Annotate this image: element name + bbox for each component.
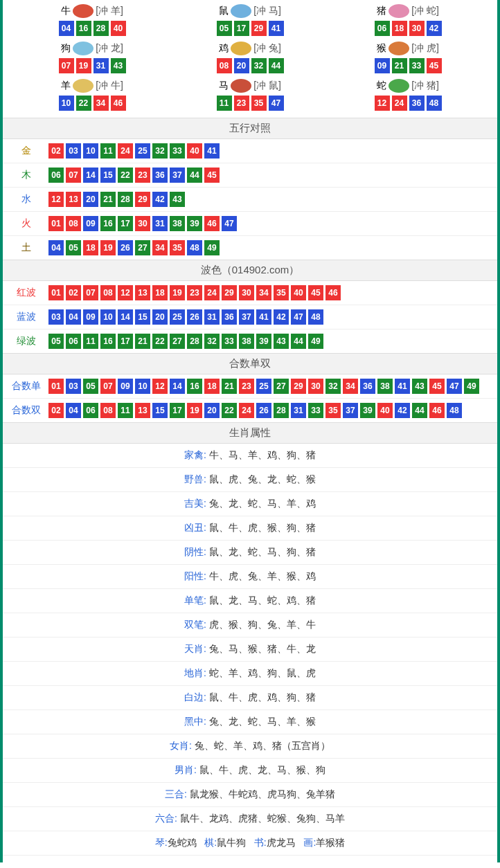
zodiac-number-row: 04162840 [17,21,168,36]
number-chip: 42 [274,309,289,325]
number-chip: 40 [377,403,393,418]
number-chip: 45 [204,168,220,183]
zodiac-name: 狗 [61,42,71,55]
number-chip: 16 [187,379,202,394]
attr-row: 单笔: 鼠、龙、马、蛇、鸡、猪 [3,589,497,613]
tail-label: 棋: [204,837,217,848]
attr-value: 鼠、龙、马、蛇、鸡、猪 [209,595,316,606]
number-chip: 10 [135,379,150,394]
number-chip: 04 [59,21,74,36]
row-numbers: 0108091617303138394647 [48,216,237,231]
number-chip: 01 [48,216,64,231]
number-chip: 10 [83,143,98,159]
zodiac-cell: 牛[冲 羊]04162840 [17,4,168,36]
attr-label: 三合: [165,788,190,799]
attr-label: 阴性: [184,546,209,557]
number-chip: 09 [118,379,133,394]
number-chip: 49 [464,379,479,394]
number-chip: 44 [412,403,427,418]
number-chip: 13 [135,403,150,418]
attr-value: 鼠龙猴、牛蛇鸡、虎马狗、兔羊猪 [190,788,335,799]
row-label: 红波 [10,287,43,299]
number-chip: 18 [152,285,168,300]
attr-label: 白边: [184,691,209,703]
shengxiao-header: 生肖属性 [3,422,497,444]
number-chip: 21 [222,379,237,394]
number-chip: 26 [118,240,133,255]
attr-row: 地肖: 蛇、羊、鸡、狗、鼠、虎 [3,662,497,686]
attr-row: 白边: 鼠、牛、虎、鸡、狗、猪 [3,686,497,710]
number-chip: 32 [204,334,220,349]
zodiac-name: 蛇 [377,80,386,92]
number-chip: 03 [66,379,81,394]
number-chip: 43 [111,58,126,73]
number-chip: 11 [217,96,232,111]
number-chip: 41 [256,309,271,325]
attr-value: 兔、龙、蛇、马、羊、猴 [209,716,316,727]
number-chip: 17 [118,334,133,349]
number-chip: 29 [222,285,237,300]
number-chip: 15 [152,403,168,418]
number-chip: 05 [66,240,81,255]
number-chip: 14 [118,309,133,325]
attr-value: 虎、猴、狗、兔、羊、牛 [209,619,316,630]
attr-value: 蛇、羊、鸡、狗、鼠、虎 [209,667,316,678]
attr-value: 牛、马、羊、鸡、狗、猪 [209,449,316,460]
number-chip: 24 [392,96,407,111]
attr-row: 双笔: 虎、猴、狗、兔、羊、牛 [3,613,497,638]
data-row: 木06071415222336374445 [3,163,497,188]
number-chip: 13 [135,285,150,300]
number-chip: 36 [152,168,168,183]
attr-value: 兔、马、猴、猪、牛、龙 [209,643,316,654]
number-chip: 32 [251,58,267,73]
row-numbers: 0103050709101214161821232527293032343638… [48,379,479,394]
zodiac-cell: 猪[冲 蛇]06183042 [332,4,483,36]
number-chip: 31 [93,58,109,73]
zodiac-chong: [冲 蛇] [411,5,439,17]
zodiac-cell: 鸡[冲 兔]08203244 [175,42,325,73]
number-chip: 36 [360,379,375,394]
zodiac-icon [389,79,409,93]
number-chip: 37 [343,403,358,418]
number-chip: 32 [325,379,341,394]
number-chip: 46 [111,96,126,111]
zodiac-number-row: 09213345 [332,58,483,73]
number-chip: 41 [395,379,410,394]
number-chip: 39 [256,334,271,349]
number-chip: 07 [66,168,81,183]
number-chip: 22 [118,168,133,183]
number-chip: 12 [48,192,64,207]
heshu-section: 合数单0103050709101214161821232527293032343… [3,374,497,422]
data-row: 蓝波03040910141520252631363741424748 [3,305,497,329]
zodiac-cell: 狗[冲 龙]07193143 [17,42,168,73]
number-chip: 18 [83,240,98,255]
number-chip: 04 [66,403,81,418]
number-chip: 36 [409,96,425,111]
number-chip: 34 [256,285,271,300]
number-chip: 28 [187,334,202,349]
number-chip: 20 [83,192,98,207]
tail-value: 兔蛇鸡 [168,837,197,848]
number-chip: 47 [269,96,284,111]
row-label: 合数双 [10,404,43,417]
number-chip: 37 [170,168,185,183]
attr-row: 女肖: 兔、蛇、羊、鸡、猪（五宫肖） [3,734,497,759]
number-chip: 17 [234,21,249,36]
zodiac-number-row: 11233547 [175,96,325,111]
data-row: 合数双0204060811131517192022242628313335373… [3,399,497,422]
attr-value: 兔、龙、蛇、马、羊、鸡 [209,498,316,509]
zodiac-chong: [冲 猪] [411,80,439,92]
number-chip: 01 [48,379,64,394]
data-row: 金02031011242532334041 [3,139,497,163]
number-chip: 24 [204,285,220,300]
attr-label: 地肖: [184,667,209,678]
zodiac-chong: [冲 兔] [253,42,281,55]
number-chip: 42 [427,21,442,36]
number-chip: 21 [100,192,116,207]
number-chip: 34 [152,240,168,255]
number-chip: 21 [392,58,407,73]
number-chip: 05 [48,334,64,349]
number-chip: 31 [152,216,168,231]
zodiac-name: 鸡 [219,42,229,55]
row-numbers: 0204060811131517192022242628313335373940… [48,403,462,418]
